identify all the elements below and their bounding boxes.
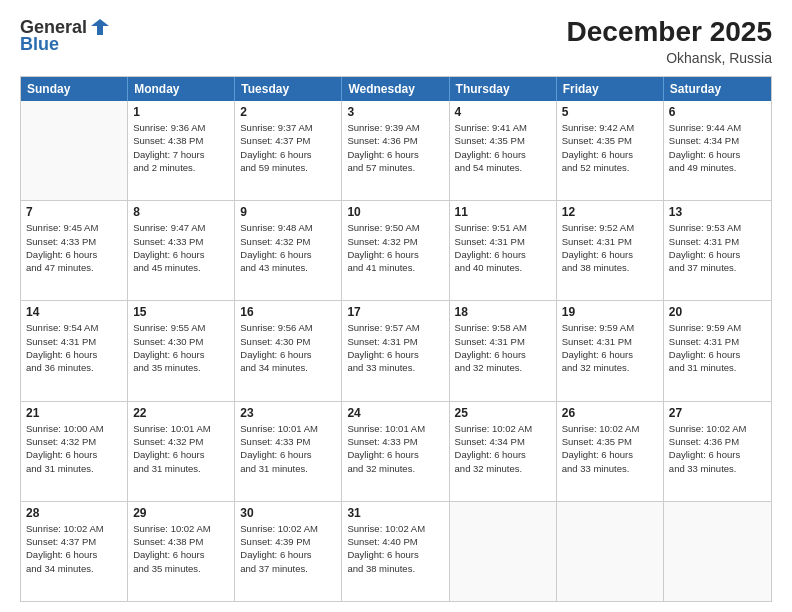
day-number: 12 (562, 205, 658, 219)
cell-info-line: Daylight: 6 hours (133, 548, 229, 561)
day-number: 3 (347, 105, 443, 119)
cell-info-line: Sunrise: 10:02 AM (455, 422, 551, 435)
logo-bird-icon (89, 16, 111, 38)
cell-info-line: and 2 minutes. (133, 161, 229, 174)
calendar-cell: 30Sunrise: 10:02 AMSunset: 4:39 PMDaylig… (235, 502, 342, 601)
cell-info-line: Daylight: 6 hours (455, 448, 551, 461)
cell-info-line: Sunset: 4:37 PM (26, 535, 122, 548)
calendar-cell: 21Sunrise: 10:00 AMSunset: 4:32 PMDaylig… (21, 402, 128, 501)
day-number: 14 (26, 305, 122, 319)
cell-info-line: Sunrise: 9:36 AM (133, 121, 229, 134)
calendar-cell: 24Sunrise: 10:01 AMSunset: 4:33 PMDaylig… (342, 402, 449, 501)
day-number: 19 (562, 305, 658, 319)
day-number: 9 (240, 205, 336, 219)
title-block: December 2025 Okhansk, Russia (567, 16, 772, 66)
cell-info-line: and 57 minutes. (347, 161, 443, 174)
calendar-cell: 10Sunrise: 9:50 AMSunset: 4:32 PMDayligh… (342, 201, 449, 300)
cell-info-line: Sunset: 4:33 PM (240, 435, 336, 448)
cell-info-line: Sunrise: 9:59 AM (562, 321, 658, 334)
cell-info-line: Sunrise: 10:01 AM (347, 422, 443, 435)
header-day-friday: Friday (557, 77, 664, 101)
header-day-saturday: Saturday (664, 77, 771, 101)
cell-info-line: Sunset: 4:35 PM (562, 134, 658, 147)
day-number: 6 (669, 105, 766, 119)
cell-info-line: and 40 minutes. (455, 261, 551, 274)
cell-info-line: Daylight: 6 hours (240, 248, 336, 261)
cell-info-line: Sunrise: 9:59 AM (669, 321, 766, 334)
header-day-tuesday: Tuesday (235, 77, 342, 101)
cell-info-line: Daylight: 6 hours (133, 448, 229, 461)
cell-info-line: Daylight: 6 hours (347, 548, 443, 561)
header-day-sunday: Sunday (21, 77, 128, 101)
cell-info-line: Sunset: 4:31 PM (26, 335, 122, 348)
cell-info-line: and 37 minutes. (669, 261, 766, 274)
day-number: 16 (240, 305, 336, 319)
cell-info-line: Sunset: 4:38 PM (133, 134, 229, 147)
cell-info-line: Sunrise: 10:02 AM (669, 422, 766, 435)
cell-info-line: Daylight: 6 hours (26, 348, 122, 361)
cell-info-line: Daylight: 6 hours (562, 148, 658, 161)
day-number: 31 (347, 506, 443, 520)
cell-info-line: Sunset: 4:31 PM (562, 235, 658, 248)
calendar-cell: 22Sunrise: 10:01 AMSunset: 4:32 PMDaylig… (128, 402, 235, 501)
cell-info-line: and 32 minutes. (347, 462, 443, 475)
cell-info-line: and 49 minutes. (669, 161, 766, 174)
day-number: 30 (240, 506, 336, 520)
calendar-cell: 8Sunrise: 9:47 AMSunset: 4:33 PMDaylight… (128, 201, 235, 300)
cell-info-line: Daylight: 6 hours (26, 448, 122, 461)
day-number: 29 (133, 506, 229, 520)
cell-info-line: and 35 minutes. (133, 562, 229, 575)
calendar-cell: 20Sunrise: 9:59 AMSunset: 4:31 PMDayligh… (664, 301, 771, 400)
cell-info-line: Sunrise: 9:53 AM (669, 221, 766, 234)
cell-info-line: Sunset: 4:35 PM (562, 435, 658, 448)
calendar-cell: 23Sunrise: 10:01 AMSunset: 4:33 PMDaylig… (235, 402, 342, 501)
cell-info-line: and 43 minutes. (240, 261, 336, 274)
cell-info-line: and 52 minutes. (562, 161, 658, 174)
day-number: 25 (455, 406, 551, 420)
day-number: 5 (562, 105, 658, 119)
cell-info-line: Sunrise: 9:54 AM (26, 321, 122, 334)
cell-info-line: Sunset: 4:34 PM (455, 435, 551, 448)
cell-info-line: Daylight: 6 hours (669, 148, 766, 161)
calendar-cell (664, 502, 771, 601)
cell-info-line: Sunrise: 9:55 AM (133, 321, 229, 334)
cell-info-line: Sunset: 4:32 PM (133, 435, 229, 448)
calendar-cell: 11Sunrise: 9:51 AMSunset: 4:31 PMDayligh… (450, 201, 557, 300)
cell-info-line: Sunrise: 10:02 AM (240, 522, 336, 535)
cell-info-line: Daylight: 6 hours (133, 248, 229, 261)
calendar-cell: 2Sunrise: 9:37 AMSunset: 4:37 PMDaylight… (235, 101, 342, 200)
calendar-week-5: 28Sunrise: 10:02 AMSunset: 4:37 PMDaylig… (21, 502, 771, 601)
cell-info-line: Daylight: 6 hours (347, 248, 443, 261)
cell-info-line: and 31 minutes. (669, 361, 766, 374)
cell-info-line: Sunrise: 9:44 AM (669, 121, 766, 134)
calendar-cell: 19Sunrise: 9:59 AMSunset: 4:31 PMDayligh… (557, 301, 664, 400)
header: General Blue December 2025 Okhansk, Russ… (20, 16, 772, 66)
cell-info-line: and 38 minutes. (347, 562, 443, 575)
cell-info-line: Daylight: 6 hours (240, 548, 336, 561)
cell-info-line: Sunset: 4:33 PM (26, 235, 122, 248)
day-number: 27 (669, 406, 766, 420)
cell-info-line: Sunrise: 9:57 AM (347, 321, 443, 334)
svg-marker-0 (91, 19, 109, 35)
page: General Blue December 2025 Okhansk, Russ… (0, 0, 792, 612)
cell-info-line: Daylight: 6 hours (455, 248, 551, 261)
cell-info-line: Sunset: 4:37 PM (240, 134, 336, 147)
cell-info-line: Daylight: 6 hours (26, 548, 122, 561)
day-number: 8 (133, 205, 229, 219)
cell-info-line: Sunset: 4:32 PM (26, 435, 122, 448)
cell-info-line: Daylight: 6 hours (669, 348, 766, 361)
cell-info-line: Sunset: 4:31 PM (455, 335, 551, 348)
cell-info-line: and 33 minutes. (347, 361, 443, 374)
cell-info-line: Sunrise: 9:58 AM (455, 321, 551, 334)
calendar-cell: 26Sunrise: 10:02 AMSunset: 4:35 PMDaylig… (557, 402, 664, 501)
cell-info-line: Daylight: 6 hours (240, 148, 336, 161)
cell-info-line: and 34 minutes. (240, 361, 336, 374)
day-number: 2 (240, 105, 336, 119)
calendar-cell: 4Sunrise: 9:41 AMSunset: 4:35 PMDaylight… (450, 101, 557, 200)
location: Okhansk, Russia (567, 50, 772, 66)
cell-info-line: Sunset: 4:31 PM (562, 335, 658, 348)
calendar-cell: 15Sunrise: 9:55 AMSunset: 4:30 PMDayligh… (128, 301, 235, 400)
cell-info-line: Sunset: 4:32 PM (347, 235, 443, 248)
calendar-cell: 27Sunrise: 10:02 AMSunset: 4:36 PMDaylig… (664, 402, 771, 501)
calendar-cell: 3Sunrise: 9:39 AMSunset: 4:36 PMDaylight… (342, 101, 449, 200)
